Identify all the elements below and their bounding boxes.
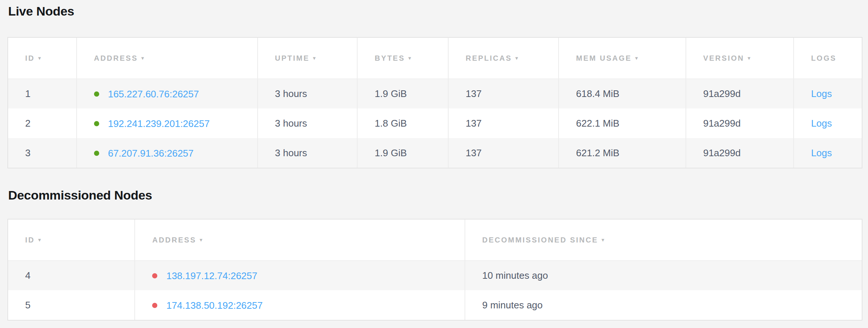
node-replicas-cell: 137 <box>448 79 559 108</box>
live-col-header-mem-usage[interactable]: MEM USAGE▾ <box>559 38 686 79</box>
node-logs-link[interactable]: Logs <box>811 118 832 129</box>
nodes-overview-page: Live Nodes ID▾ ADDRESS▾ UPTIME▾ BYTES▾ R… <box>0 0 868 321</box>
node-address-cell: 67.207.91.36:26257 <box>77 138 258 168</box>
live-col-header-id[interactable]: ID▾ <box>8 38 77 79</box>
live-nodes-table: ID▾ ADDRESS▾ UPTIME▾ BYTES▾ REPLICAS▾ ME… <box>7 37 862 168</box>
decommissioned-node-row: 5 174.138.50.192:26257 9 minutes ago <box>8 290 862 320</box>
node-uptime-cell: 3 hours <box>258 108 358 138</box>
sort-arrow-icon: ▾ <box>748 55 752 61</box>
node-uptime-cell: 3 hours <box>258 138 358 168</box>
decommissioned-nodes-title: Decommissioned Nodes <box>8 186 862 204</box>
live-node-row: 2 192.241.239.201:26257 3 hours 1.8 GiB … <box>8 108 862 138</box>
decommissioned-status-icon <box>152 303 157 308</box>
node-logs-cell: Logs <box>794 79 862 108</box>
node-bytes-cell: 1.9 GiB <box>357 138 448 168</box>
node-replicas-cell: 137 <box>448 138 559 168</box>
node-mem-usage-cell: 621.2 MiB <box>559 138 686 168</box>
live-col-header-bytes[interactable]: BYTES▾ <box>357 38 448 79</box>
live-node-row: 1 165.227.60.76:26257 3 hours 1.9 GiB 13… <box>8 79 862 108</box>
live-node-row: 3 67.207.91.36:26257 3 hours 1.9 GiB 137… <box>8 138 862 168</box>
live-col-header-logs: LOGS <box>794 38 862 79</box>
node-logs-link[interactable]: Logs <box>811 147 832 158</box>
live-col-header-address[interactable]: ADDRESS▾ <box>77 38 258 79</box>
live-col-header-replicas[interactable]: REPLICAS▾ <box>448 38 559 79</box>
node-mem-usage-cell: 618.4 MiB <box>559 79 686 108</box>
node-logs-cell: Logs <box>794 138 862 168</box>
node-version-cell: 91a299d <box>686 108 794 138</box>
decommissioned-header-row: ID▾ ADDRESS▾ DECOMMISSIONED SINCE▾ <box>8 220 862 261</box>
sort-arrow-icon: ▾ <box>635 55 639 61</box>
sort-arrow-icon: ▾ <box>38 55 42 61</box>
node-decommissioned-since-cell: 9 minutes ago <box>465 290 862 320</box>
node-logs-link[interactable]: Logs <box>811 88 832 99</box>
node-id-cell: 1 <box>8 79 77 108</box>
live-col-header-uptime[interactable]: UPTIME▾ <box>258 38 358 79</box>
node-address-link[interactable]: 165.227.60.76:26257 <box>108 88 199 100</box>
decommissioned-node-row: 4 138.197.12.74:26257 10 minutes ago <box>8 261 862 290</box>
node-id-cell: 3 <box>8 138 77 168</box>
node-address-cell: 192.241.239.201:26257 <box>77 108 258 138</box>
live-nodes-header-row: ID▾ ADDRESS▾ UPTIME▾ BYTES▾ REPLICAS▾ ME… <box>8 38 862 79</box>
node-version-cell: 91a299d <box>686 138 794 168</box>
node-uptime-cell: 3 hours <box>258 79 358 108</box>
sort-arrow-icon: ▾ <box>38 237 42 243</box>
node-address-link[interactable]: 67.207.91.36:26257 <box>108 147 194 158</box>
live-status-icon <box>94 121 99 126</box>
node-address-cell: 165.227.60.76:26257 <box>77 79 258 108</box>
decommissioned-col-header-id[interactable]: ID▾ <box>8 220 135 261</box>
node-id-cell: 5 <box>8 290 135 320</box>
live-nodes-title: Live Nodes <box>8 2 862 20</box>
node-replicas-cell: 137 <box>448 108 559 138</box>
node-mem-usage-cell: 622.1 MiB <box>559 108 686 138</box>
node-decommissioned-since-cell: 10 minutes ago <box>465 261 862 290</box>
live-status-icon <box>94 151 99 156</box>
node-address-cell: 174.138.50.192:26257 <box>135 290 465 320</box>
sort-arrow-icon: ▾ <box>200 237 204 243</box>
node-address-cell: 138.197.12.74:26257 <box>135 261 465 290</box>
node-logs-cell: Logs <box>794 108 862 138</box>
node-bytes-cell: 1.9 GiB <box>357 79 448 108</box>
sort-arrow-icon: ▾ <box>141 55 145 61</box>
decommissioned-col-header-since[interactable]: DECOMMISSIONED SINCE▾ <box>465 220 862 261</box>
live-col-header-version[interactable]: VERSION▾ <box>686 38 794 79</box>
sort-arrow-icon: ▾ <box>408 55 412 61</box>
sort-arrow-icon: ▾ <box>313 55 317 61</box>
node-id-cell: 2 <box>8 108 77 138</box>
node-id-cell: 4 <box>8 261 135 290</box>
decommissioned-status-icon <box>152 273 157 278</box>
node-version-cell: 91a299d <box>686 79 794 108</box>
decommissioned-nodes-table: ID▾ ADDRESS▾ DECOMMISSIONED SINCE▾ 4 138… <box>7 219 862 321</box>
node-address-link[interactable]: 138.197.12.74:26257 <box>166 270 257 281</box>
node-address-link[interactable]: 174.138.50.192:26257 <box>166 299 262 311</box>
sort-arrow-icon: ▾ <box>515 55 519 61</box>
sort-arrow-icon: ▾ <box>601 237 606 243</box>
decommissioned-col-header-address[interactable]: ADDRESS▾ <box>135 220 465 261</box>
node-bytes-cell: 1.8 GiB <box>357 108 448 138</box>
live-status-icon <box>94 91 99 97</box>
node-address-link[interactable]: 192.241.239.201:26257 <box>108 118 210 129</box>
